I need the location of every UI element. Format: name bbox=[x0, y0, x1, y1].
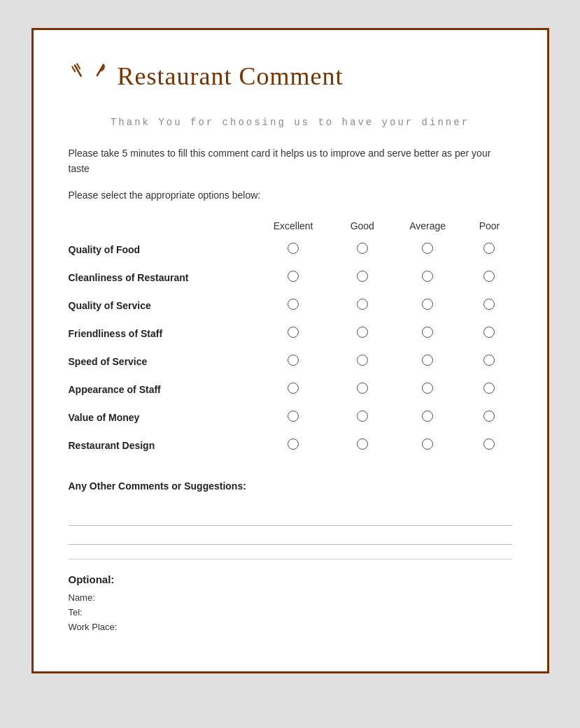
radio-excellent[interactable] bbox=[250, 431, 337, 459]
comments-label: Any Other Comments or Suggestions: bbox=[69, 480, 512, 492]
comments-line-1 bbox=[69, 513, 512, 526]
radio-circle-good[interactable] bbox=[357, 355, 368, 366]
table-row: Quality of Service bbox=[69, 292, 512, 320]
row-label: Quality of Food bbox=[69, 236, 250, 264]
radio-circle-average[interactable] bbox=[422, 243, 433, 254]
radio-circle-good[interactable] bbox=[357, 411, 368, 422]
radio-circle-poor[interactable] bbox=[483, 271, 495, 282]
radio-circle-good[interactable] bbox=[357, 438, 368, 450]
radio-circle-excellent[interactable] bbox=[288, 299, 299, 310]
radio-excellent[interactable] bbox=[250, 292, 337, 320]
utensil-icon bbox=[69, 58, 105, 94]
radio-poor[interactable] bbox=[467, 264, 511, 292]
radio-excellent[interactable] bbox=[250, 264, 337, 292]
table-row: Friendliness of Staff bbox=[69, 320, 512, 348]
radio-good[interactable] bbox=[337, 320, 388, 348]
row-label: Speed of Service bbox=[69, 348, 250, 376]
radio-circle-poor[interactable] bbox=[483, 383, 495, 394]
radio-excellent[interactable] bbox=[250, 404, 337, 431]
radio-poor[interactable] bbox=[467, 376, 511, 404]
optional-section: Optional: Name: Tel: Work Place: bbox=[69, 573, 512, 632]
table-row: Quality of Food bbox=[69, 236, 512, 264]
radio-circle-excellent[interactable] bbox=[288, 438, 299, 450]
comments-line-2 bbox=[69, 531, 512, 545]
radio-circle-excellent[interactable] bbox=[288, 411, 299, 422]
row-label: Friendliness of Staff bbox=[69, 320, 250, 348]
rating-table: Excellent Good Average Poor Quality of F… bbox=[69, 216, 512, 459]
radio-average[interactable] bbox=[388, 431, 467, 459]
radio-average[interactable] bbox=[388, 348, 467, 376]
radio-poor[interactable] bbox=[467, 292, 511, 320]
radio-circle-good[interactable] bbox=[357, 299, 368, 310]
radio-average[interactable] bbox=[388, 264, 467, 292]
radio-poor[interactable] bbox=[467, 404, 511, 431]
optional-title: Optional: bbox=[69, 573, 512, 585]
table-row: Appearance of Staff bbox=[69, 376, 512, 404]
radio-circle-excellent[interactable] bbox=[288, 383, 299, 394]
radio-circle-excellent[interactable] bbox=[288, 355, 299, 366]
radio-poor[interactable] bbox=[467, 236, 511, 264]
radio-excellent[interactable] bbox=[250, 348, 337, 376]
radio-good[interactable] bbox=[337, 404, 388, 431]
row-label: Cleanliness of Restaurant bbox=[69, 264, 250, 292]
col-average: Average bbox=[388, 216, 467, 236]
radio-circle-average[interactable] bbox=[422, 355, 433, 366]
radio-circle-poor[interactable] bbox=[483, 411, 495, 422]
col-good: Good bbox=[337, 216, 388, 236]
workplace-field: Work Place: bbox=[69, 622, 512, 632]
row-label: Quality of Service bbox=[69, 292, 250, 320]
radio-circle-poor[interactable] bbox=[483, 327, 495, 338]
header: Restaurant Comment bbox=[69, 58, 512, 94]
radio-poor[interactable] bbox=[467, 320, 511, 348]
table-row: Speed of Service bbox=[69, 348, 512, 376]
radio-circle-excellent[interactable] bbox=[288, 271, 299, 282]
radio-good[interactable] bbox=[337, 264, 388, 292]
radio-average[interactable] bbox=[388, 404, 467, 431]
radio-good[interactable] bbox=[337, 431, 388, 459]
radio-circle-good[interactable] bbox=[357, 383, 368, 394]
radio-circle-poor[interactable] bbox=[483, 243, 495, 254]
radio-poor[interactable] bbox=[467, 431, 511, 459]
name-field: Name: bbox=[69, 592, 512, 603]
radio-good[interactable] bbox=[337, 348, 388, 376]
radio-circle-excellent[interactable] bbox=[288, 327, 299, 338]
radio-poor[interactable] bbox=[467, 348, 511, 376]
radio-circle-poor[interactable] bbox=[483, 438, 495, 450]
radio-circle-average[interactable] bbox=[422, 327, 433, 338]
row-label: Value of Money bbox=[69, 404, 250, 431]
radio-excellent[interactable] bbox=[250, 236, 337, 264]
radio-good[interactable] bbox=[337, 236, 388, 264]
radio-good[interactable] bbox=[337, 292, 388, 320]
radio-circle-average[interactable] bbox=[422, 299, 433, 310]
radio-circle-good[interactable] bbox=[357, 271, 368, 282]
divider bbox=[69, 559, 512, 559]
row-label: Appearance of Staff bbox=[69, 376, 250, 404]
radio-circle-average[interactable] bbox=[422, 438, 433, 450]
radio-circle-poor[interactable] bbox=[483, 299, 495, 310]
thank-you-text: Thank You for choosing us to have your d… bbox=[69, 115, 512, 130]
radio-circle-good[interactable] bbox=[357, 327, 368, 338]
radio-average[interactable] bbox=[388, 320, 467, 348]
radio-circle-good[interactable] bbox=[357, 243, 368, 254]
radio-excellent[interactable] bbox=[250, 320, 337, 348]
radio-circle-excellent[interactable] bbox=[288, 243, 299, 254]
col-excellent: Excellent bbox=[250, 216, 337, 236]
col-poor: Poor bbox=[467, 216, 511, 236]
comments-section: Any Other Comments or Suggestions: bbox=[69, 480, 512, 545]
radio-good[interactable] bbox=[337, 376, 388, 404]
comment-card: Restaurant Comment Thank You for choosin… bbox=[31, 28, 549, 673]
radio-circle-average[interactable] bbox=[422, 411, 433, 422]
radio-average[interactable] bbox=[388, 292, 467, 320]
radio-excellent[interactable] bbox=[250, 376, 337, 404]
table-row: Cleanliness of Restaurant bbox=[69, 264, 512, 292]
radio-circle-poor[interactable] bbox=[483, 355, 495, 366]
instruction-text: Please select the appropriate options be… bbox=[69, 190, 512, 201]
main-title: Restaurant Comment bbox=[118, 62, 344, 91]
row-label: Restaurant Design bbox=[69, 431, 250, 459]
tel-field: Tel: bbox=[69, 607, 512, 618]
radio-circle-average[interactable] bbox=[422, 271, 433, 282]
radio-circle-average[interactable] bbox=[422, 383, 433, 394]
table-row: Restaurant Design bbox=[69, 431, 512, 459]
radio-average[interactable] bbox=[388, 236, 467, 264]
radio-average[interactable] bbox=[388, 376, 467, 404]
